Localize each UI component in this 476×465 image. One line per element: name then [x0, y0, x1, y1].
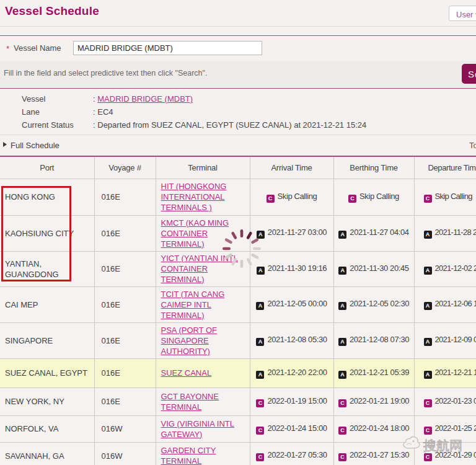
arrival-time-text: 2022-01-27 05:30 — [267, 450, 327, 459]
col-header-arrival: Arrival Time — [250, 157, 333, 179]
status-value: Departed from SUEZ CANAL, EGYPT (SUEZ CA… — [97, 120, 366, 130]
departure-time-text: 2021-12-02 2 — [435, 264, 476, 273]
arrival-time-cell: C2022-01-24 15:00 — [250, 415, 333, 442]
departure-time-text: 2022-01-25 2 — [435, 423, 476, 433]
search-button[interactable]: Search — [462, 64, 476, 84]
berthing-time-cell: A2021-11-30 20:45 — [333, 251, 414, 286]
table-row: CAI MEP 016E TCIT (TAN CANG CAIMEP INTL … — [0, 286, 476, 322]
time-status-icon: C — [256, 427, 264, 435]
vessel-name-input[interactable] — [73, 41, 262, 55]
terminal-link[interactable]: GCT BAYONNE TERMINAL — [161, 392, 219, 412]
departure-time-cell: A2021-12-06 16 — [414, 286, 476, 322]
table-row: SINGAPORE 016E PSA (PORT OF SINGAPORE AU… — [0, 322, 476, 358]
terminal-cell: GARDEN CITY TERMINAL — [156, 442, 250, 465]
terminal-link[interactable]: VIG (VIRGINIA INTL GATEWAY) — [161, 419, 234, 439]
time-status-icon: C — [424, 195, 432, 203]
berthing-time-text: 2021-12-05 02:30 — [350, 299, 409, 308]
departure-time-text: 2021-12-21 15 — [435, 368, 476, 377]
user-button[interactable]: User ▾ — [449, 6, 476, 21]
full-schedule-heading: Full Schedule — [11, 141, 60, 150]
time-status-icon: A — [338, 371, 346, 379]
departure-time-cell: A2021-11-28 2 — [414, 215, 476, 251]
berthing-time-text: 2022-01-21 19:00 — [350, 396, 409, 405]
berthing-time-text: 2021-12-08 07:30 — [350, 335, 409, 344]
time-status-icon: C — [424, 427, 432, 435]
terminal-cell: TCIT (TAN CANG CAIMEP INTL TERMINAL) — [156, 286, 250, 322]
voyage-cell: 016E — [94, 388, 156, 415]
arrival-time-text: 2021-11-27 03:00 — [268, 228, 327, 237]
vessel-link[interactable]: MADRID BRIDGE (MDBT) — [97, 94, 193, 104]
arrival-time-text: 2021-11-30 19:16 — [268, 264, 327, 273]
time-status-icon: A — [338, 231, 346, 239]
time-status-icon: C — [267, 195, 275, 203]
time-status-icon: A — [424, 338, 432, 346]
voyage-cell: 016E — [94, 322, 156, 358]
time-status-icon: A — [424, 267, 432, 275]
table-row: NEW YORK, NY 016E GCT BAYONNE TERMINAL C… — [0, 388, 476, 415]
expand-arrow-icon[interactable] — [3, 142, 7, 147]
lane-value: EC4 — [97, 107, 113, 117]
vessel-name-label: Vessel Name — [14, 43, 61, 53]
berthing-time-cell: C2022-01-21 19:00 — [333, 388, 414, 415]
arrival-time-cell: A2021-12-05 00:00 — [250, 286, 333, 322]
col-header-port: Port — [0, 157, 94, 179]
departure-time-text: 2022-01-23 0 — [435, 396, 476, 405]
watermark-text: 搜航网 — [423, 437, 462, 454]
required-marker: * — [6, 44, 9, 53]
divider — [0, 135, 476, 135]
departure-time-text: 2021-12-06 16 — [435, 299, 476, 308]
departure-time-text: Skip Calling — [435, 192, 472, 201]
berthing-time-cell: A2021-12-21 05:39 — [333, 358, 414, 388]
departure-time-cell: C2022-01-23 0 — [414, 388, 476, 415]
berthing-time-cell: A2021-12-05 02:30 — [333, 286, 414, 322]
berthing-time-cell: A2021-11-27 04:04 — [333, 215, 414, 251]
time-status-icon: C — [338, 399, 346, 407]
terminal-cell: PSA (PORT OF SINGAPORE AUTHORITY) — [156, 322, 250, 358]
arrival-time-text: 2021-12-20 22:00 — [267, 368, 327, 377]
arrival-time-text: 2022-01-19 15:00 — [267, 396, 327, 405]
voyage-cell: 016E — [94, 251, 156, 286]
time-status-icon: C — [338, 453, 346, 461]
col-header-berthing: Berthing Time — [333, 157, 414, 179]
departure-time-cell: CSkip Calling — [414, 179, 476, 215]
arrival-time-text: 2021-12-05 00:00 — [267, 299, 327, 308]
time-status-icon: A — [256, 302, 264, 310]
departure-time-cell: A2021-12-09 0 — [414, 322, 476, 358]
port-cell: SAVANNAH, GA — [0, 442, 94, 465]
voyage-cell: 016W — [94, 442, 156, 465]
status-info-row: Current Status: Departed from SUEZ CANAL… — [22, 120, 366, 130]
annotation-red-box — [1, 186, 71, 281]
loading-spinner-icon — [218, 225, 265, 272]
time-status-icon: C — [424, 399, 432, 407]
lane-label: Lane — [22, 107, 93, 117]
watermark-logo-icon — [402, 435, 421, 452]
terminal-link[interactable]: PSA (PORT OF SINGAPORE AUTHORITY) — [161, 326, 218, 356]
terminal-link[interactable]: TCIT (TAN CANG CAIMEP INTL TERMINAL) — [161, 290, 225, 320]
voyage-cell: 016E — [94, 179, 156, 215]
col-header-departure: Departure Time — [414, 157, 476, 179]
terminal-cell: SUEZ CANAL — [156, 358, 250, 388]
arrival-time-cell: A2021-12-20 22:00 — [250, 358, 333, 388]
terminal-link[interactable]: HIT (HONGKONG INTERNATIONAL TERMINALS ) — [161, 182, 227, 212]
accent-divider — [0, 88, 476, 89]
time-status-icon: A — [338, 338, 346, 346]
port-cell: NEW YORK, NY — [0, 388, 94, 415]
berthing-time-text: 2021-11-27 04:04 — [350, 228, 408, 237]
berthing-time-text: 2021-12-21 05:39 — [350, 368, 409, 377]
lane-info-row: Lane: EC4 — [22, 107, 113, 117]
voyage-cell: 016E — [94, 215, 156, 251]
terminal-link[interactable]: GARDEN CITY TERMINAL — [161, 446, 216, 465]
time-status-icon: A — [256, 371, 264, 379]
time-status-icon: C — [338, 427, 346, 435]
table-row: SUEZ CANAL, EGYPT 016E SUEZ CANAL A2021-… — [0, 358, 476, 388]
arrival-time-cell: A2021-12-08 05:30 — [250, 322, 333, 358]
arrival-time-text: 2022-01-24 15:00 — [267, 423, 327, 433]
voyage-cell: 016W — [94, 415, 156, 442]
time-status-icon: C — [348, 195, 356, 203]
berthing-time-text: Skip Calling — [359, 192, 399, 201]
berthing-time-cell: A2021-12-08 07:30 — [333, 322, 414, 358]
schedule-table: Port Voyage # Terminal Arrival Time Bert… — [0, 157, 476, 465]
accent-divider — [0, 35, 476, 36]
terminal-link[interactable]: SUEZ CANAL — [161, 368, 212, 378]
port-cell: SUEZ CANAL, EGYPT — [0, 358, 94, 388]
